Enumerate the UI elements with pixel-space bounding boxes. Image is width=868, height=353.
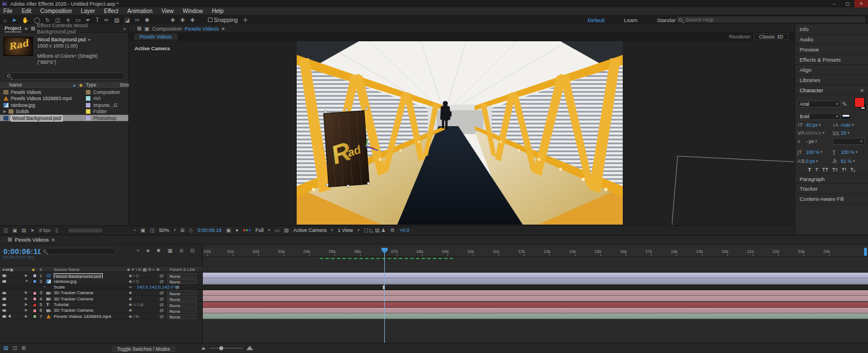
menu-view[interactable]: View — [162, 8, 174, 14]
mask-visibility-icon[interactable]: ◇ — [189, 227, 193, 233]
project-row-rainbow[interactable]: rainbow.jpg Importe...G — [0, 102, 128, 109]
exposure-value[interactable]: +0.0 — [400, 227, 410, 233]
layer-name[interactable]: 3D Tracker Camera — [54, 290, 93, 295]
scale-value[interactable]: 142.0,142.0,142.0 % — [137, 285, 179, 290]
parent-select[interactable]: None▾ — [167, 290, 197, 295]
graph-editor-icon[interactable]: ⊡ — [190, 248, 194, 253]
layer-switches[interactable]: ♣ ○ / ◎ — [129, 302, 144, 307]
default-fill-stroke-icon[interactable] — [842, 114, 850, 119]
parent-select[interactable]: None▾ — [167, 314, 197, 319]
track-scale-row[interactable] — [203, 285, 868, 290]
snapping-checkbox[interactable] — [208, 18, 212, 22]
layer-switches[interactable]: ♣ — [129, 296, 132, 302]
layer-switches[interactable]: ♣ / fx — [129, 314, 139, 319]
menu-animation[interactable]: Animation — [127, 8, 152, 14]
menu-composition[interactable]: Composition — [40, 8, 72, 14]
composition-viewer[interactable]: Active Camera — [129, 41, 794, 225]
collapse-arrow-icon[interactable]: ▼ — [25, 279, 28, 283]
pickwhip-icon[interactable]: @ — [159, 273, 164, 278]
menu-file[interactable]: File — [3, 8, 12, 14]
timeline-tab-pexels-videos[interactable]: Pexels Videos — [15, 236, 49, 243]
track-bar-7[interactable] — [203, 313, 868, 319]
panel-menu-icon[interactable]: ≡ — [51, 236, 55, 243]
tracking-value[interactable]: 25 — [841, 130, 846, 136]
toggle-switches-modes-button[interactable]: Toggle Switches / Modes — [111, 345, 176, 353]
pickwhip-icon[interactable]: @ — [159, 296, 164, 302]
zoom-slider-track[interactable] — [209, 348, 243, 348]
expand-arrow-icon[interactable]: ▶ — [25, 308, 28, 312]
panel-preview[interactable]: Preview — [795, 45, 868, 55]
layer-name[interactable]: 3D Tracker Camera — [54, 296, 93, 302]
layer-row-5[interactable]: ▶ 5 T Tutorial ♣ ○ / ◎ @ None▾ — [0, 302, 202, 308]
timeline-current-time[interactable]: 0:00:06:18 — [3, 247, 42, 256]
label-chip[interactable] — [33, 303, 37, 307]
motion-blur-icon[interactable]: ⊘ — [179, 248, 184, 253]
pickwhip-icon[interactable]: @ — [159, 308, 164, 313]
zoom-out-mountain-icon[interactable] — [201, 347, 206, 350]
layer-row-3[interactable]: ▶ 3 3D Tracker Camera ♣ @ None▾ — [0, 290, 202, 296]
snapshot-icon[interactable]: ▣ — [226, 227, 231, 233]
expand-in-out-icon[interactable]: ⊞ — [21, 345, 26, 351]
composition-tab-label[interactable]: Composition — [152, 25, 182, 32]
sort-asc-icon[interactable]: ▲ — [72, 83, 76, 87]
view-select[interactable]: Active Camera — [293, 227, 327, 233]
panel-paragraph[interactable]: Paragraph — [795, 174, 868, 184]
layer-switches[interactable]: ♣ — [129, 290, 132, 295]
resolution-select[interactable]: Full — [255, 227, 264, 233]
work-area-end-marker[interactable] — [864, 248, 867, 256]
project-row-wood-background[interactable]: Wood Background.psd Photoshop — [0, 115, 128, 122]
delete-icon[interactable]: ▯ — [55, 227, 58, 233]
mini-flowchart-icon[interactable]: ≈ — [137, 248, 140, 253]
main-viewer-icon[interactable]: ▣ — [140, 227, 145, 233]
view-axis-mode-icon[interactable]: ✚ — [190, 17, 194, 23]
source-name-column[interactable]: Source Name — [54, 267, 80, 272]
menu-help[interactable]: Help — [212, 8, 224, 14]
show-snapshot-icon[interactable]: ● — [236, 227, 238, 233]
zoom-slider-handle[interactable] — [219, 346, 223, 350]
eraser-tool-icon[interactable]: ◪ — [124, 17, 129, 23]
expand-arrow-icon[interactable]: ▶ — [25, 273, 28, 278]
tab-overflow-icon[interactable]: » — [123, 25, 126, 32]
label-chip[interactable] — [33, 297, 37, 301]
menu-effect[interactable]: Effect — [104, 8, 118, 14]
track-bar-3[interactable] — [203, 290, 868, 296]
zoom-in-mountain-icon[interactable] — [246, 346, 253, 350]
expand-transfer-modes-icon[interactable]: ◫ — [12, 345, 18, 351]
eye-icon[interactable] — [2, 304, 6, 307]
parent-select[interactable]: None▾ — [167, 308, 197, 313]
tab-project[interactable]: Project — [5, 25, 21, 32]
track-bar-2[interactable] — [203, 278, 868, 284]
grid-guides-icon[interactable]: ⊞ — [180, 227, 185, 233]
panel-content-aware-fill[interactable]: Content-Aware Fill — [795, 194, 868, 204]
minimize-icon[interactable]: – — [827, 0, 841, 7]
layer-row-4[interactable]: ▶ 4 3D Tracker Camera ♣ @ None▾ — [0, 296, 202, 302]
label-chip[interactable] — [33, 315, 37, 318]
magnification-select[interactable]: 50% — [159, 227, 169, 233]
panel-audio[interactable]: Audio — [795, 35, 868, 45]
transparency-grid-icon[interactable]: ▨ — [284, 227, 289, 233]
stopwatch-icon[interactable]: ◔ — [43, 285, 46, 290]
panel-character-header[interactable]: Character ≡ — [795, 85, 868, 95]
puppet-pin-tool-icon[interactable]: ✱ — [145, 17, 149, 23]
faux-bold-button[interactable]: T — [808, 167, 811, 173]
panel-libraries[interactable]: Libraries — [795, 75, 868, 85]
parent-select[interactable]: None▾ — [167, 302, 197, 307]
view-layout-select[interactable]: 1 View — [338, 227, 353, 233]
composition-frame[interactable]: R ad — [297, 41, 623, 225]
layer-row-1[interactable]: ▶ 1 Wood Background.psd ♣ / ◇ @ None▾ — [0, 273, 202, 278]
tab-effect-controls[interactable]: Effect Controls Wood Background.psd — [31, 22, 120, 35]
scale-property-row[interactable]: ◔ Scale ∞ 142.0,142.0,142.0 % @ — [0, 285, 202, 290]
label-chip[interactable] — [33, 279, 37, 283]
menu-window[interactable]: Window — [183, 8, 203, 14]
tsume-value[interactable]: 61 % — [841, 158, 852, 164]
layer-name[interactable]: rainbow.jpg — [54, 279, 76, 284]
panel-align[interactable]: Align — [795, 65, 868, 75]
dimensions-link-icon[interactable]: ∞ — [129, 285, 132, 290]
panel-menu-icon[interactable]: ≡ — [860, 87, 863, 93]
pickwhip-icon[interactable]: @ — [159, 290, 164, 295]
layer-name[interactable]: 3D Tracker Camera — [54, 308, 93, 313]
layer-row-6[interactable]: ▶ 6 3D Tracker Camera ♣ @ None▾ — [0, 308, 202, 313]
footage-caret-icon[interactable]: ▼ — [87, 38, 91, 42]
hand-tool-icon[interactable]: ✋ — [21, 17, 28, 23]
timeline-track-area[interactable]: :00s01s 02s03s 04s05s 06s07s 08s09s 10s1… — [203, 244, 868, 343]
